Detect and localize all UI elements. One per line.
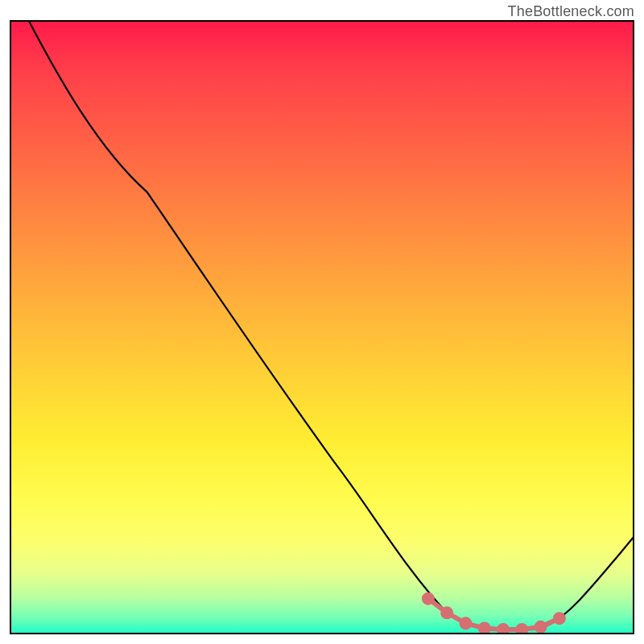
- watermark-text: TheBottleneck.com: [508, 3, 634, 20]
- chart-container: TheBottleneck.com: [0, 0, 644, 644]
- plot-gradient-background: [10, 20, 634, 634]
